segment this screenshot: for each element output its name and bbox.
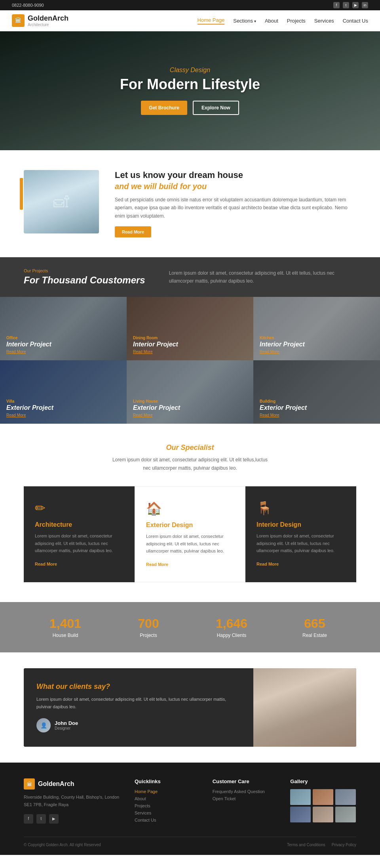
testimonial-image bbox=[253, 668, 356, 747]
hero-title: For Modern Lifestyle bbox=[120, 76, 260, 93]
footer-terms-link[interactable]: Terms and Conditions bbox=[287, 843, 325, 847]
youtube-icon-top[interactable]: ▶ bbox=[352, 2, 359, 8]
project-link-0[interactable]: Read More bbox=[6, 350, 51, 354]
project-card-content-5: Building Exterior Project Read More bbox=[260, 399, 307, 417]
project-card-3[interactable]: Villa Exterior Project Read More bbox=[0, 360, 127, 424]
footer-link-contact[interactable]: Contact Us bbox=[135, 818, 201, 822]
twitter-icon-top[interactable]: t bbox=[343, 2, 349, 8]
footer-copyright: © Copyright Golden Arch. All right Reser… bbox=[24, 843, 101, 847]
author-avatar: 👤 bbox=[36, 718, 51, 732]
specialist-link-1[interactable]: Read More bbox=[146, 562, 168, 567]
footer-logo[interactable]: 🏛 GoldenArch bbox=[24, 778, 123, 790]
project-card-content-0: Office Interior Project Read More bbox=[6, 336, 51, 354]
social-icons-topbar: f t ▶ in bbox=[333, 2, 368, 8]
footer-twitter-icon[interactable]: t bbox=[36, 814, 46, 824]
gallery-thumb-0[interactable] bbox=[290, 789, 311, 805]
project-card-content-1: Dining Room Interior Project Read More bbox=[133, 336, 178, 354]
stat-2: 1,646 Happy Clients bbox=[190, 616, 273, 638]
about-body: Sed ut perspiciatis unde omnis iste natu… bbox=[115, 196, 356, 220]
project-title-4: Exterior Project bbox=[133, 404, 180, 411]
logo[interactable]: 🏛 GoldenArch Architecture bbox=[12, 14, 68, 27]
footer-bottom: © Copyright Golden Arch. All right Reser… bbox=[24, 837, 356, 847]
project-title-1: Interior Project bbox=[133, 341, 178, 348]
stat-label-3: Real Estate bbox=[273, 633, 356, 638]
architecture-icon: ✏ bbox=[35, 501, 124, 516]
hero-section: Classy Design For Modern Lifestyle Get B… bbox=[0, 31, 380, 150]
project-link-1[interactable]: Read More bbox=[133, 350, 178, 354]
gallery-thumb-5[interactable] bbox=[335, 807, 356, 822]
project-link-3[interactable]: Read More bbox=[6, 413, 53, 417]
specialist-cards: ✏ Architecture Lorem ipsum dolor sit ame… bbox=[24, 486, 356, 582]
project-link-4[interactable]: Read More bbox=[133, 413, 180, 417]
stat-0: 1,401 House Build bbox=[24, 616, 107, 638]
footer-ticket-link[interactable]: Open Ticket bbox=[213, 796, 279, 801]
gallery-thumb-1[interactable] bbox=[313, 789, 333, 805]
project-link-5[interactable]: Read More bbox=[260, 413, 307, 417]
project-title-3: Exterior Project bbox=[6, 404, 53, 411]
project-card-content-3: Villa Exterior Project Read More bbox=[6, 399, 53, 417]
specialist-title-1: Exterior Design bbox=[146, 522, 234, 529]
projects-heading: For Thousand Coustomers bbox=[24, 275, 145, 286]
project-link-2[interactable]: Read More bbox=[260, 350, 305, 354]
gallery-thumb-2[interactable] bbox=[335, 789, 356, 805]
nav-contact[interactable]: Contact Us bbox=[343, 18, 368, 24]
footer-facebook-icon[interactable]: f bbox=[24, 814, 33, 824]
project-title-2: Interior Project bbox=[260, 341, 305, 348]
author-title: Designer bbox=[55, 726, 78, 730]
project-card-2[interactable]: Kitchen Interior Project Read More bbox=[253, 297, 380, 360]
footer-link-about[interactable]: About bbox=[135, 796, 201, 801]
about-heading2: and we will build for you bbox=[115, 182, 356, 191]
footer-link-services[interactable]: Services bbox=[135, 811, 201, 815]
project-type-4: Living House bbox=[133, 399, 180, 403]
project-type-5: Building bbox=[260, 399, 307, 403]
footer-link-home[interactable]: Home Page bbox=[135, 789, 201, 794]
stat-label-0: House Build bbox=[24, 633, 107, 638]
facebook-icon-top[interactable]: f bbox=[333, 2, 340, 8]
testimonial-text-side: What our clients say? Lorem ipsum dolor … bbox=[24, 668, 253, 747]
hero-buttons: Get Brochure Explore Now bbox=[120, 101, 260, 115]
project-card-0[interactable]: Office Interior Project Read More bbox=[0, 297, 127, 360]
specialist-body-1: Lorem ipsum dolor sit amet, consectetur … bbox=[146, 533, 234, 555]
testimonial-section: What our clients say? Lorem ipsum dolor … bbox=[0, 652, 380, 763]
linkedin-icon-top[interactable]: in bbox=[362, 2, 368, 8]
logo-sub: Architecture bbox=[28, 23, 68, 27]
footer-faq-link[interactable]: Frequently Asked Question bbox=[213, 789, 279, 794]
footer-link-projects[interactable]: Projects bbox=[135, 803, 201, 808]
gallery-thumb-3[interactable] bbox=[290, 807, 311, 822]
specialist-label: Our Specialist bbox=[24, 444, 356, 452]
footer-youtube-icon[interactable]: ▶ bbox=[49, 814, 59, 824]
footer-logo-name: GoldenArch bbox=[38, 780, 74, 788]
stat-1: 700 Projects bbox=[107, 616, 190, 638]
footer-customer-care: Customer Care Frequently Asked Question … bbox=[213, 778, 279, 825]
footer-top: 🏛 GoldenArch Riverside Building, County … bbox=[24, 778, 356, 825]
get-brochure-button[interactable]: Get Brochure bbox=[141, 101, 187, 115]
about-read-more-button[interactable]: Read More bbox=[115, 226, 151, 237]
hero-subtitle: Classy Design bbox=[120, 67, 260, 74]
top-bar: 0822-8080-9090 f t ▶ in bbox=[0, 0, 380, 10]
specialist-link-2[interactable]: Read More bbox=[256, 562, 279, 566]
project-card-1[interactable]: Dining Room Interior Project Read More bbox=[127, 297, 253, 360]
project-type-2: Kitchen bbox=[260, 336, 305, 340]
footer-gallery-col: Gallery bbox=[290, 778, 356, 825]
gallery-thumb-4[interactable] bbox=[313, 807, 333, 822]
nav-services[interactable]: Services bbox=[314, 18, 334, 24]
stat-label-2: Happy Clients bbox=[190, 633, 273, 638]
specialist-section: Our Specialist Lorem ipsum dolor sit ame… bbox=[0, 424, 380, 602]
nav-projects[interactable]: Projects bbox=[287, 18, 306, 24]
nav-about[interactable]: About bbox=[265, 18, 278, 24]
about-image: 🛋 bbox=[24, 170, 99, 233]
project-card-4[interactable]: Living House Exterior Project Read More bbox=[127, 360, 253, 424]
testimonial-author: 👤 John Doe Designer bbox=[36, 718, 241, 732]
footer-privacy-link[interactable]: Privacy Policy bbox=[332, 843, 356, 847]
about-image-wrapper: 🛋 bbox=[24, 170, 99, 233]
navbar: 🏛 GoldenArch Architecture Home Page Sect… bbox=[0, 10, 380, 31]
project-card-5[interactable]: Building Exterior Project Read More bbox=[253, 360, 380, 424]
specialist-link-0[interactable]: Read More bbox=[35, 562, 57, 566]
nav-home[interactable]: Home Page bbox=[198, 17, 225, 25]
author-name: John Doe bbox=[55, 720, 78, 726]
stat-number-3: 665 bbox=[273, 616, 356, 631]
explore-now-button[interactable]: Explore Now bbox=[193, 101, 239, 115]
nav-sections[interactable]: Sections bbox=[233, 18, 256, 24]
nav-links: Home Page Sections About Projects Servic… bbox=[198, 17, 368, 25]
project-card-content-4: Living House Exterior Project Read More bbox=[133, 399, 180, 417]
